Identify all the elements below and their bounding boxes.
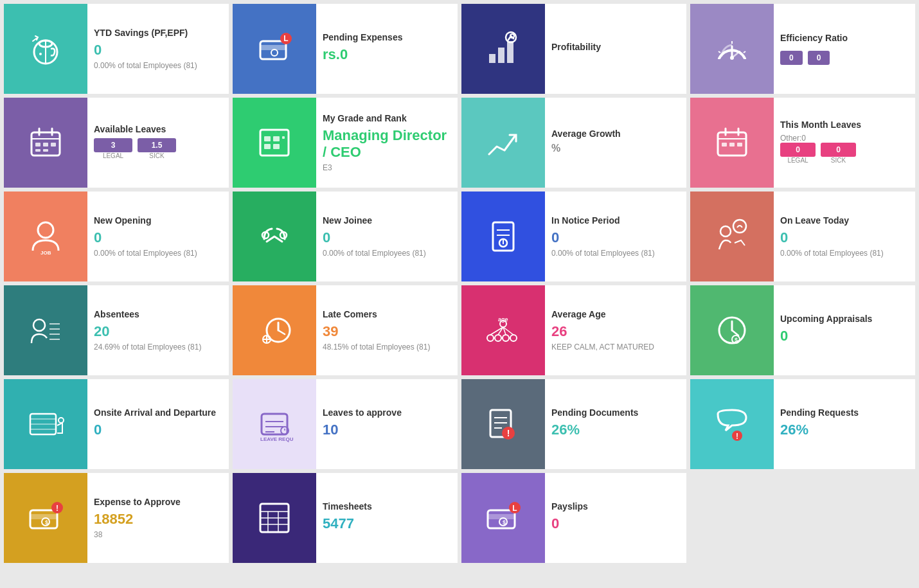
- in-notice-period-value: 0: [551, 229, 680, 246]
- svg-text:!: !: [56, 504, 58, 513]
- card-profitability[interactable]: Profitability: [461, 4, 686, 94]
- svg-text:JOB: JOB: [40, 250, 51, 256]
- card-payslips[interactable]: $LPayslips0: [461, 473, 686, 563]
- card-my-grade[interactable]: My Grade and RankManaging Director / CEO…: [233, 98, 458, 188]
- card-average-growth[interactable]: Average Growth%: [461, 98, 686, 188]
- onsite-arrival-value: 0: [94, 422, 222, 438]
- this-month-leaves-badge-label: LEGAL: [787, 157, 808, 164]
- card-timesheets[interactable]: Timesheets5477: [233, 473, 458, 563]
- average-age-sub: KEEP CALM, ACT MATURED: [551, 343, 680, 352]
- expense-to-approve-icon: $!: [4, 473, 87, 563]
- svg-rect-26: [35, 143, 40, 147]
- in-notice-period-sub: 0.00% of total Employees (81): [551, 249, 680, 258]
- average-age-icon: age: [461, 285, 545, 375]
- available-leaves-badge-value: 3: [94, 138, 132, 152]
- profitability-title: Profitability: [551, 42, 680, 52]
- efficiency-ratio-badge: 0: [808, 51, 830, 65]
- average-growth-icon: [461, 98, 545, 188]
- new-opening-value: 0: [94, 229, 222, 246]
- svg-text:!: !: [507, 428, 510, 438]
- available-leaves-title: Available Leaves: [94, 124, 222, 134]
- late-comers-content: Late Comers3948.15% of total Employees (…: [316, 285, 458, 375]
- svg-rect-29: [35, 149, 40, 152]
- svg-rect-27: [43, 143, 48, 147]
- this-month-leaves-badges: 0LEGAL0SICK: [780, 143, 909, 164]
- card-onsite-arrival[interactable]: Onsite Arrival and Departure0: [4, 379, 229, 469]
- my-grade-sub: E3: [323, 163, 451, 172]
- upcoming-appraisals-content: Upcoming Appraisals0: [774, 285, 915, 375]
- card-expense-to-approve[interactable]: $!Expense to Approve1885238: [4, 473, 229, 563]
- card-new-joinee[interactable]: New Joinee00.00% of total Employees (81): [233, 192, 458, 281]
- leaves-to-approve-value: 10: [323, 422, 451, 438]
- upcoming-appraisals-icon: $: [690, 285, 774, 375]
- average-age-value: 26: [551, 323, 680, 340]
- svg-rect-32: [264, 136, 271, 141]
- svg-point-71: [510, 335, 517, 341]
- card-in-notice-period[interactable]: In Notice Period00.00% of total Employee…: [461, 192, 686, 281]
- efficiency-ratio-title: Efficiency Ratio: [780, 33, 909, 43]
- svg-rect-9: [489, 54, 495, 63]
- card-on-leave-today[interactable]: On Leave Today00.00% of total Employees …: [690, 192, 915, 281]
- card-leaves-to-approve[interactable]: LEAVE REQUESTLeaves to approve10: [233, 379, 458, 469]
- pending-requests-icon: !: [690, 379, 774, 469]
- svg-line-19: [718, 51, 720, 53]
- late-comers-value: 39: [323, 323, 451, 340]
- card-pending-documents[interactable]: !Pending Documents26%: [461, 379, 686, 469]
- card-pending-requests[interactable]: !Pending Requests26%: [690, 379, 915, 469]
- my-grade-value: Managing Director / CEO: [323, 127, 451, 161]
- this-month-leaves-badge-group: 0SICK: [821, 143, 856, 164]
- efficiency-ratio-icon: [690, 4, 774, 94]
- card-pending-expenses[interactable]: LPending Expensesrs.0: [233, 4, 458, 94]
- card-this-month-leaves[interactable]: This Month LeavesOther:00LEGAL0SICK: [690, 98, 915, 188]
- card-absentees[interactable]: Absentees2024.69% of total Employees (81…: [4, 285, 229, 375]
- ytd-savings-value: 0: [94, 42, 222, 58]
- expense-to-approve-value: 18852: [94, 511, 222, 528]
- pending-expenses-content: Pending Expensesrs.0: [316, 4, 458, 94]
- card-late-comers[interactable]: Late Comers3948.15% of total Employees (…: [233, 285, 458, 375]
- card-new-opening[interactable]: JOBNew Opening00.00% of total Employees …: [4, 192, 229, 281]
- svg-point-55: [33, 319, 45, 331]
- on-leave-today-value: 0: [780, 229, 909, 246]
- svg-rect-33: [273, 136, 280, 141]
- svg-rect-28: [51, 143, 56, 147]
- efficiency-ratio-badge: 0: [780, 51, 803, 65]
- card-average-age[interactable]: ageAverage Age26KEEP CALM, ACT MATURED: [461, 285, 686, 375]
- card-available-leaves[interactable]: Available Leaves3LEGAL1.5SICK: [4, 98, 229, 188]
- new-joinee-title: New Joinee: [323, 215, 451, 226]
- this-month-leaves-badge-group: 0LEGAL: [780, 143, 816, 164]
- pending-documents-icon: !: [461, 379, 545, 469]
- available-leaves-icon: [4, 98, 87, 188]
- onsite-arrival-title: Onsite Arrival and Departure: [94, 407, 222, 418]
- profitability-icon: [461, 4, 545, 94]
- payslips-value: 0: [551, 515, 680, 532]
- svg-rect-42: [729, 143, 735, 147]
- new-joinee-sub: 0.00% of total Employees (81): [323, 249, 451, 258]
- pending-expenses-value: rs.0: [323, 46, 451, 63]
- svg-rect-43: [737, 143, 742, 147]
- svg-text:L: L: [283, 34, 288, 43]
- new-opening-title: New Opening: [94, 215, 222, 226]
- timesheets-value: 5477: [323, 515, 451, 532]
- absentees-icon: [4, 285, 87, 375]
- late-comers-title: Late Comers: [323, 309, 451, 319]
- card-efficiency-ratio[interactable]: Efficiency Ratio00: [690, 4, 915, 94]
- svg-rect-35: [273, 144, 280, 149]
- svg-line-72: [490, 327, 503, 335]
- new-opening-icon: JOB: [4, 192, 87, 281]
- svg-point-68: [487, 335, 494, 341]
- new-joinee-value: 0: [323, 229, 451, 246]
- card-ytd-savings[interactable]: YTD Savings (PF,EPF)00.00% of total Empl…: [4, 4, 229, 94]
- leaves-to-approve-content: Leaves to approve10: [316, 379, 458, 469]
- this-month-leaves-badge-value: 0: [821, 143, 856, 157]
- average-growth-title: Average Growth: [551, 129, 680, 139]
- svg-point-3: [39, 53, 42, 55]
- my-grade-icon: [233, 98, 316, 188]
- pending-requests-title: Pending Requests: [780, 407, 909, 418]
- this-month-leaves-title: This Month Leaves: [780, 120, 909, 130]
- my-grade-title: My Grade and Rank: [323, 113, 451, 123]
- this-month-leaves-badge-value: 0: [780, 143, 816, 157]
- svg-line-78: [732, 330, 738, 335]
- pending-documents-value: 26%: [551, 422, 680, 438]
- available-leaves-badge-value: 1.5: [138, 138, 176, 152]
- card-upcoming-appraisals[interactable]: $Upcoming Appraisals0: [690, 285, 915, 375]
